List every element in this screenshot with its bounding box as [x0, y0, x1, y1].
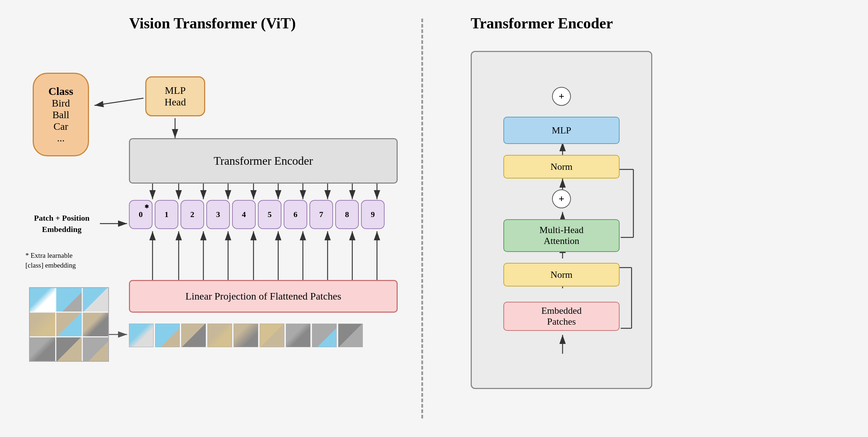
- patch-img-4: [207, 324, 232, 347]
- token-star: ✱: [145, 204, 149, 210]
- patch-img-1: [129, 324, 154, 347]
- svg-line-2: [94, 98, 143, 105]
- mlp-row: MLP: [483, 117, 640, 144]
- linear-proj-label: Linear Projection of Flattened Patches: [185, 290, 341, 302]
- patch-img-5: [234, 324, 258, 347]
- patch-img-7: [286, 324, 311, 347]
- transformer-encoder-box: Transformer Encoder: [129, 138, 398, 184]
- class-output-box: Class Bird Ball Car ...: [33, 73, 89, 156]
- image-grid: [29, 287, 109, 362]
- img-cell-3: [83, 288, 108, 312]
- encoder-section: Transformer Encoder L ×: [442, 15, 678, 414]
- patch-pos-label: Patch + PositionEmbedding: [25, 213, 98, 235]
- plus-circle-1: +: [552, 189, 571, 208]
- img-cell-6: [83, 313, 108, 336]
- mha-row: Multi-HeadAttention: [483, 219, 640, 252]
- token-8: 8: [335, 200, 359, 229]
- enc-embedded-label: EmbeddedPatches: [541, 305, 581, 327]
- vit-title: Vision Transformer (ViT): [22, 15, 403, 32]
- enc-norm1-label: Norm: [551, 161, 573, 172]
- encoder-detail-box: + MLP Norm: [471, 51, 652, 389]
- enc-norm2-label: Norm: [551, 269, 573, 280]
- vit-section: Vision Transformer (ViT): [22, 15, 403, 414]
- class-item-ball: Ball: [52, 109, 69, 121]
- plus-circle-2: +: [552, 87, 571, 106]
- img-cell-9: [83, 337, 108, 361]
- token-4: 4: [232, 200, 256, 229]
- extra-learnable-label: * Extra learnable[class] embedding: [25, 251, 98, 270]
- embedded-row: EmbeddedPatches: [483, 302, 640, 331]
- patch-img-6: [260, 324, 284, 347]
- enc-mha-box: Multi-HeadAttention: [503, 219, 620, 252]
- img-cell-5: [56, 313, 82, 336]
- token-5: 5: [258, 200, 281, 229]
- patch-img-2: [155, 324, 180, 347]
- plus2-row: +: [483, 87, 640, 106]
- class-item-dots: ...: [57, 132, 65, 144]
- token-0: 0 ✱: [129, 200, 153, 229]
- encoder-inner: + MLP Norm: [483, 63, 640, 333]
- encoder-title: Transformer Encoder: [471, 15, 678, 32]
- patch-img-9: [338, 324, 363, 347]
- token-0-label: 0: [139, 210, 143, 219]
- section-divider: [421, 19, 423, 418]
- mlp-head-label: MLPHead: [165, 85, 186, 108]
- norm2-row: Norm: [483, 263, 640, 286]
- img-cell-4: [30, 313, 55, 336]
- class-label: Class: [48, 85, 73, 97]
- linear-proj-box: Linear Projection of Flattened Patches: [129, 280, 398, 313]
- img-cell-8: [56, 337, 82, 361]
- enc-mha-label: Multi-HeadAttention: [539, 225, 583, 246]
- plus1-row: +: [483, 189, 640, 208]
- img-cell-1: [30, 288, 55, 312]
- patch-row: [129, 324, 363, 347]
- enc-embedded-box: EmbeddedPatches: [503, 302, 620, 331]
- token-1: 1: [155, 200, 178, 229]
- enc-norm2-box: Norm: [503, 263, 620, 286]
- main-container: Vision Transformer (ViT): [0, 0, 868, 437]
- token-7: 7: [309, 200, 333, 229]
- patch-img-8: [312, 324, 337, 347]
- enc-mlp-box: MLP: [503, 117, 620, 144]
- img-cell-7: [30, 337, 55, 361]
- class-item-car: Car: [53, 121, 68, 132]
- token-3: 3: [206, 200, 230, 229]
- token-row: 0 ✱ 1 2 3 4 5 6 7 8 9: [129, 200, 385, 229]
- enc-norm1-box: Norm: [503, 155, 620, 179]
- token-9: 9: [361, 200, 385, 229]
- plus2-label: +: [559, 91, 564, 102]
- mlp-head-box: MLPHead: [145, 76, 205, 116]
- plus1-label: +: [559, 193, 564, 205]
- class-item-bird: Bird: [52, 97, 70, 109]
- transformer-encoder-label: Transformer Encoder: [214, 154, 313, 168]
- enc-mlp-label: MLP: [552, 125, 571, 136]
- token-6: 6: [284, 200, 307, 229]
- token-2: 2: [181, 200, 204, 229]
- patch-pos-text: Patch + PositionEmbedding: [34, 213, 89, 234]
- patch-img-3: [181, 324, 206, 347]
- img-cell-2: [56, 288, 82, 312]
- norm1-row: Norm: [483, 155, 640, 179]
